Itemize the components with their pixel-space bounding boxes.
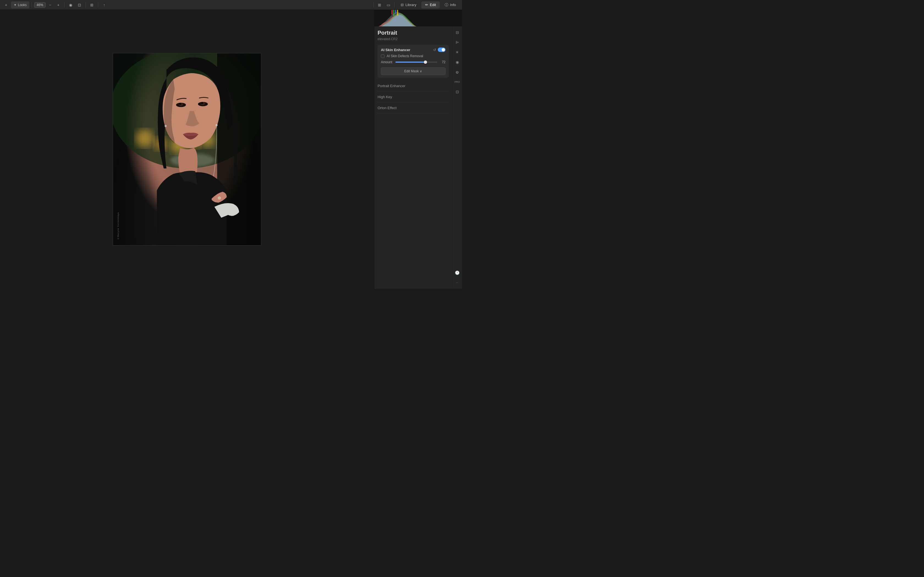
panel-filename: elevated.CR2 [377, 37, 449, 41]
more-icon: ··· [456, 281, 458, 284]
edit-icon: ✏ [425, 3, 428, 7]
add-icon: + [5, 3, 7, 7]
panel-icons: ⊟ ⊫ ☀ ◉ ☺ PRO ⊡ [452, 26, 462, 288]
slider-thumb[interactable] [424, 60, 427, 64]
svg-point-14 [164, 125, 167, 127]
separator-1 [32, 2, 32, 8]
orton-effect-section: Orton Effect [377, 103, 449, 114]
share-button[interactable]: ↑ [100, 1, 108, 9]
edit-mask-button[interactable]: Edit Mask ∨ [381, 67, 445, 75]
canvas-area: ©Maryna Yurlovskaya [0, 10, 374, 288]
info-tab[interactable]: ⓘ Info [441, 2, 460, 8]
split-view-button[interactable]: ⊡ [76, 1, 83, 9]
right-panel: Portrait elevated.CR2 AI Skin Enhancer ↺… [374, 10, 462, 288]
add-button[interactable]: + [2, 1, 10, 9]
clock-icon: 🕐 [455, 271, 460, 275]
histogram-svg [374, 10, 462, 26]
share-icon: ↑ [103, 3, 105, 7]
pro-icon: PRO [455, 81, 460, 83]
svg-point-12 [179, 103, 181, 105]
palette-icon: ◉ [456, 60, 459, 64]
watermark: ©Maryna Yurlovskaya [117, 212, 119, 240]
grid-view-button[interactable]: ⊞ [376, 1, 383, 9]
more-icon-btn[interactable]: ··· [453, 279, 461, 287]
section-controls: ↺ [433, 48, 445, 52]
svg-rect-20 [395, 10, 396, 13]
main-area: ©Maryna Yurlovskaya [0, 10, 462, 288]
panel-title: Portrait [377, 30, 449, 36]
face-icon: ☺ [455, 70, 459, 74]
amount-slider[interactable] [395, 61, 437, 63]
ai-skin-enhancer-section: AI Skin Enhancer ↺ AI Skin Defects Remov… [377, 45, 449, 78]
bag-icon-btn[interactable]: ⊡ [453, 88, 461, 96]
zoom-out-icon: − [49, 3, 51, 7]
svg-rect-19 [393, 10, 394, 16]
toggle-switch[interactable] [438, 48, 445, 52]
window-icon: ▭ [387, 3, 390, 7]
zoom-control: 46% − + [34, 1, 62, 9]
sun-icon-btn[interactable]: ☀ [453, 48, 461, 56]
eye-button[interactable]: ◉ [67, 1, 74, 9]
eye-icon: ◉ [69, 3, 73, 7]
histogram-area [374, 10, 462, 26]
defects-removal-checkbox[interactable] [381, 55, 384, 58]
library-tab[interactable]: ⊟ Library [397, 2, 420, 8]
portrait-svg [113, 53, 261, 245]
face-icon-btn[interactable]: ☺ [453, 68, 461, 76]
sliders-icon: ⊫ [456, 40, 459, 45]
svg-rect-21 [397, 10, 398, 15]
svg-point-15 [216, 124, 218, 126]
looks-icon: ✦ [14, 3, 16, 7]
layers-icon: ⊟ [456, 30, 459, 35]
zoom-in-icon: + [57, 3, 60, 7]
ai-skin-enhancer-title: AI Skin Enhancer [381, 48, 410, 52]
crop-icon: ⊞ [90, 3, 94, 7]
info-icon: ⓘ [445, 2, 448, 7]
edit-panel: Portrait elevated.CR2 AI Skin Enhancer ↺… [374, 26, 452, 288]
sliders-icon-btn[interactable]: ⊫ [453, 39, 461, 46]
split-view-icon: ⊡ [78, 3, 81, 7]
defects-removal-label: AI Skin Defects Removal [387, 54, 423, 58]
bag-icon: ⊡ [456, 90, 459, 94]
orton-effect-title[interactable]: Orton Effect [377, 105, 449, 111]
svg-point-2 [136, 129, 153, 147]
portrait-enhancer-section: Portrait Enhancer [377, 81, 449, 92]
section-header: AI Skin Enhancer ↺ [381, 48, 445, 52]
amount-value: 72 [439, 60, 445, 64]
separator-6 [394, 2, 395, 8]
reset-icon[interactable]: ↺ [433, 48, 436, 52]
zoom-display[interactable]: 46% [34, 2, 46, 8]
clock-icon-btn[interactable]: 🕐 [453, 269, 461, 277]
edit-tab[interactable]: ✏ Edit [421, 2, 440, 8]
slider-fill [395, 61, 426, 63]
panel-with-icons: Portrait elevated.CR2 AI Skin Enhancer ↺… [374, 26, 462, 288]
library-icon: ⊟ [401, 3, 404, 7]
high-key-section: High Key [377, 92, 449, 103]
defects-removal-row: AI Skin Defects Removal [381, 54, 445, 58]
portrait-enhancer-title[interactable]: Portrait Enhancer [377, 83, 449, 89]
separator-3 [85, 2, 86, 8]
toolbar: + ✦ Looks 46% − + ◉ ⊡ ⊞ ↑ ⊞ ▭ ⊟ Library [0, 0, 462, 10]
photo-container: ©Maryna Yurlovskaya [113, 53, 261, 245]
high-key-title[interactable]: High Key [377, 94, 449, 100]
svg-point-16 [218, 197, 221, 199]
crop-button[interactable]: ⊞ [88, 1, 96, 9]
palette-icon-btn[interactable]: ◉ [453, 58, 461, 66]
amount-row: Amount 72 [381, 60, 445, 64]
looks-button[interactable]: ✦ Looks [11, 2, 29, 8]
svg-point-13 [201, 102, 203, 104]
amount-label: Amount [381, 60, 393, 64]
photo-canvas: ©Maryna Yurlovskaya [113, 53, 261, 245]
zoom-in-button[interactable]: + [55, 1, 62, 9]
grid-view-icon: ⊞ [378, 3, 381, 7]
svg-rect-18 [392, 10, 392, 15]
window-button[interactable]: ▭ [384, 1, 392, 9]
zoom-out-button[interactable]: − [46, 1, 54, 9]
layers-icon-btn[interactable]: ⊟ [453, 29, 461, 36]
pro-icon-btn[interactable]: PRO [453, 78, 461, 86]
sun-icon: ☀ [455, 50, 459, 55]
